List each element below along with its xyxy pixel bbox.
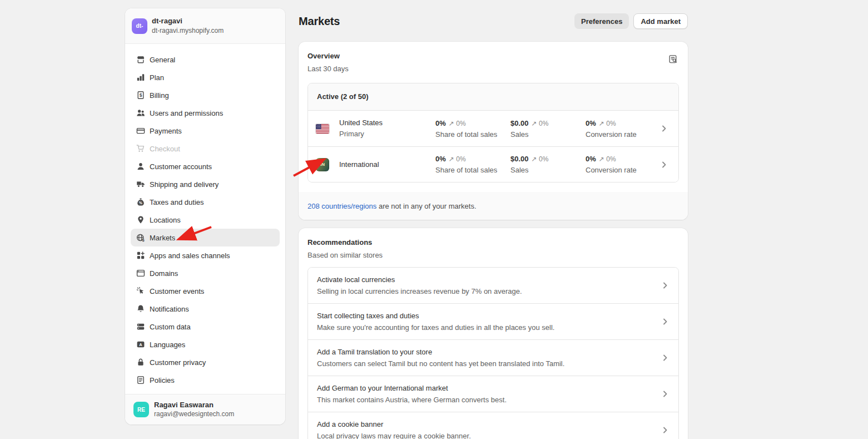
- recommendation-description: Make sure you're accounting for taxes an…: [317, 323, 661, 333]
- sidebar-item-notifications[interactable]: Notifications: [131, 300, 280, 318]
- recommendation-description: Selling in local currencies increases re…: [317, 287, 661, 297]
- notifications-bell-icon: [136, 304, 145, 313]
- metric-label: Conversion rate: [586, 165, 659, 175]
- sidebar-item-label: Customer accounts: [150, 162, 212, 171]
- sidebar-item-customer-accounts[interactable]: Customer accounts: [131, 157, 280, 175]
- preferences-button[interactable]: Preferences: [574, 13, 629, 29]
- metric-label: Share of total sales: [435, 130, 510, 140]
- locations-pin-icon: [136, 215, 145, 224]
- sidebar-item-label: Shipping and delivery: [150, 180, 219, 189]
- recommendation-description: Customers can select Tamil but no conten…: [317, 359, 661, 369]
- delta-up-icon: ↗: [532, 155, 537, 163]
- sidebar-item-billing[interactable]: $ Billing: [131, 86, 280, 104]
- recommendation-add-cookie-banner[interactable]: Add a cookie banner Local privacy laws m…: [308, 412, 678, 439]
- add-market-button[interactable]: Add market: [633, 13, 688, 29]
- sidebar-item-label: Taxes and duties: [150, 198, 204, 206]
- users-icon: [136, 108, 145, 117]
- user-footer: RE Ragavi Easwaran ragavi@wedesigntech.c…: [125, 394, 285, 425]
- privacy-lock-icon: [136, 358, 145, 367]
- recommendation-add-tamil-translation[interactable]: Add a Tamil translation to your store Cu…: [308, 339, 678, 376]
- chevron-right-icon: [661, 317, 669, 326]
- metric-value: 0%: [586, 119, 596, 127]
- metric-delta: 0%: [539, 155, 548, 163]
- metric-conversion: 0%↗ 0% Conversion rate: [586, 154, 659, 175]
- metric-delta: 0%: [539, 120, 548, 127]
- svg-text:$: $: [142, 238, 145, 242]
- metric-value: $0.00: [510, 155, 529, 163]
- recommendation-add-german[interactable]: Add German to your International market …: [308, 376, 678, 412]
- recommendations-card: Recommendations Based on similar stores …: [299, 228, 688, 439]
- sidebar-item-locations[interactable]: Locations: [131, 211, 280, 229]
- custom-data-icon: [136, 322, 145, 331]
- metric-delta: 0%: [606, 120, 616, 127]
- sidebar-item-customer-privacy[interactable]: Customer privacy: [131, 353, 280, 371]
- us-flag-icon: [316, 124, 329, 134]
- delta-up-icon: ↗: [532, 120, 537, 127]
- sidebar-item-shipping-and-delivery[interactable]: Shipping and delivery: [131, 175, 280, 193]
- sidebar-item-custom-data[interactable]: Custom data: [131, 318, 280, 336]
- header-actions: Preferences Add market: [574, 13, 688, 29]
- metric-sales: $0.00↗ 0% Sales: [510, 154, 586, 175]
- market-primary-badge: Primary: [339, 129, 383, 139]
- sidebar-item-users-and-permissions[interactable]: Users and permissions: [131, 104, 280, 122]
- sidebar-item-plan[interactable]: Plan: [131, 68, 280, 86]
- sidebar-item-label: Custom data: [150, 323, 191, 331]
- main-header: Markets Preferences Add market: [299, 13, 688, 29]
- markets-globe-icon: $: [136, 233, 145, 242]
- sidebar-item-domains[interactable]: Domains: [131, 264, 280, 282]
- metric-conversion: 0%↗ 0% Conversion rate: [586, 118, 659, 140]
- recommendation-start-collecting-taxes[interactable]: Start collecting taxes and duties Make s…: [308, 303, 678, 339]
- recommendation-title: Add German to your International market: [317, 383, 661, 393]
- sidebar-item-label: Policies: [150, 376, 175, 384]
- market-row-united-states[interactable]: United States Primary 0%↗ 0% Share of to…: [308, 111, 678, 146]
- sidebar-item-customer-events[interactable]: Customer events: [131, 282, 280, 300]
- active-markets-box: Active (2 of 50): [307, 83, 679, 182]
- metric-delta: 0%: [456, 155, 465, 163]
- sidebar-item-label: Notifications: [150, 305, 189, 313]
- sidebar-item-taxes-and-duties[interactable]: % Taxes and duties: [131, 193, 280, 211]
- sidebar-item-checkout: Checkout: [131, 140, 280, 157]
- delta-up-icon: ↗: [599, 120, 604, 127]
- countries-regions-link[interactable]: 208 countries/regions: [307, 202, 376, 210]
- chevron-right-icon: [661, 389, 669, 398]
- chevron-right-icon: [661, 353, 669, 362]
- sidebar-item-payments[interactable]: Payments: [131, 122, 280, 140]
- svg-text:%: %: [139, 201, 142, 205]
- international-badge-icon: IN: [316, 158, 329, 171]
- sidebar-item-label: Customer privacy: [150, 358, 206, 367]
- sidebar-item-label: Apps and sales channels: [150, 251, 230, 260]
- sidebar-item-markets[interactable]: $ Markets: [131, 229, 280, 246]
- metric-delta: 0%: [456, 120, 465, 127]
- page-title: Markets: [299, 15, 340, 28]
- recommendation-title: Activate local currencies: [317, 274, 661, 285]
- recommendation-activate-local-currencies[interactable]: Activate local currencies Selling in loc…: [308, 268, 678, 303]
- recommendation-title: Add a Tamil translation to your store: [317, 347, 661, 357]
- report-search-icon[interactable]: [668, 54, 679, 65]
- store-icon: [136, 55, 145, 64]
- sidebar-item-label: Customer events: [150, 287, 204, 295]
- languages-icon: A: [136, 340, 145, 349]
- user-info: Ragavi Easwaran ragavi@wedesigntech.com: [154, 401, 234, 418]
- sidebar-item-languages[interactable]: A Languages: [131, 336, 280, 353]
- metric-share: 0%↗ 0% Share of total sales: [435, 118, 510, 140]
- recommendation-description: This market contains Austria, where Germ…: [317, 395, 661, 405]
- customer-accounts-icon: [136, 162, 145, 171]
- recommendation-description: Local privacy laws may require a cookie …: [317, 431, 661, 439]
- taxes-icon: %: [136, 198, 145, 206]
- delta-up-icon: ↗: [599, 155, 604, 163]
- market-row-international[interactable]: IN International 0%↗ 0% Share of total s…: [308, 146, 678, 182]
- market-name: United States: [339, 118, 383, 128]
- sidebar-item-label: Plan: [150, 73, 164, 82]
- store-info: dt-ragavi dt-ragavi.myshopify.com: [152, 17, 224, 35]
- sidebar-item-apps-and-sales-channels[interactable]: Apps and sales channels: [131, 246, 280, 264]
- overview-card: Overview Last 30 days Active (2 of 50): [299, 42, 688, 220]
- sidebar-item-label: Users and permissions: [150, 109, 223, 117]
- checkout-cart-icon: [136, 144, 145, 153]
- metric-delta: 0%: [606, 155, 616, 163]
- overview-title: Overview: [307, 51, 679, 62]
- svg-text:$: $: [140, 92, 142, 98]
- sidebar-item-policies[interactable]: Policies: [131, 371, 280, 389]
- billing-icon: $: [136, 91, 145, 100]
- sidebar-item-label: Domains: [150, 269, 178, 278]
- sidebar-item-general[interactable]: General: [131, 51, 280, 68]
